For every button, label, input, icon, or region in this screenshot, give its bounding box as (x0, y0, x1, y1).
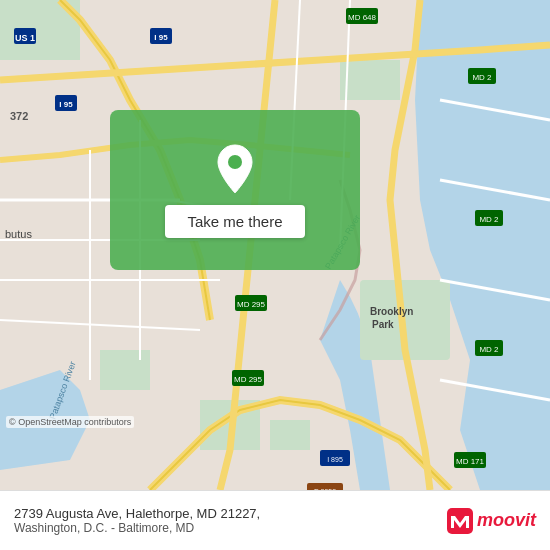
map-container: US 1 I 95 I 95 MD 648 MD 2 MD 2 MD 2 MD … (0, 0, 550, 490)
take-me-there-button[interactable]: Take me there (165, 205, 304, 238)
svg-text:I 95: I 95 (59, 100, 73, 109)
svg-point-50 (228, 155, 242, 169)
svg-text:MD 295: MD 295 (234, 375, 263, 384)
svg-rect-4 (100, 350, 150, 390)
svg-text:Brooklyn: Brooklyn (370, 306, 413, 317)
svg-text:MD 2: MD 2 (479, 345, 499, 354)
svg-text:US 1: US 1 (15, 33, 35, 43)
svg-text:I 895: I 895 (327, 456, 343, 463)
moovit-icon (447, 508, 473, 534)
svg-text:MD 171: MD 171 (456, 457, 485, 466)
moovit-logo: moovit (447, 508, 536, 534)
moovit-logo-text: moovit (477, 510, 536, 531)
svg-text:I 95: I 95 (154, 33, 168, 42)
svg-rect-6 (270, 420, 310, 450)
address-line: 2739 Augusta Ave, Halethorpe, MD 21227, (14, 506, 260, 521)
svg-text:butus: butus (5, 228, 32, 240)
svg-rect-51 (447, 508, 473, 534)
svg-text:MD 2: MD 2 (472, 73, 492, 82)
svg-rect-3 (340, 60, 400, 100)
svg-text:MD 2: MD 2 (479, 215, 499, 224)
svg-text:372: 372 (10, 110, 28, 122)
address-section: 2739 Augusta Ave, Halethorpe, MD 21227, … (14, 506, 260, 535)
svg-text:MD 648: MD 648 (348, 13, 377, 22)
osm-credit: © OpenStreetMap contributors (6, 416, 134, 428)
location-pin-icon (213, 143, 257, 195)
svg-text:Park: Park (372, 319, 394, 330)
action-overlay: Take me there (110, 110, 360, 270)
city-line: Washington, D.C. - Baltimore, MD (14, 521, 260, 535)
svg-text:MD 295: MD 295 (237, 300, 266, 309)
bottom-bar: 2739 Augusta Ave, Halethorpe, MD 21227, … (0, 490, 550, 550)
